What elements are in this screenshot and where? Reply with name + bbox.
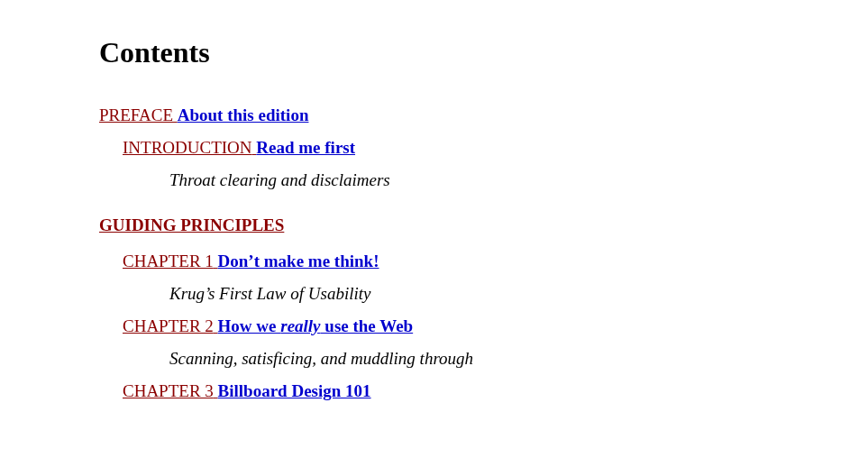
chapter2-title-link[interactable]: How we really use the Web	[218, 316, 414, 335]
preface-title-link[interactable]: About this edition	[178, 105, 309, 124]
introduction-title-link[interactable]: Read me first	[256, 138, 355, 157]
chapter1-label-link[interactable]: CHAPTER 1	[123, 252, 218, 270]
chapter2-title-pre: How we	[218, 316, 281, 335]
chapter1-subtitle: Krug’s First Law of Usability	[169, 284, 868, 304]
introduction-label-link[interactable]: INTRODUCTION	[123, 138, 256, 157]
chapter1-label: CHAPTER 1	[123, 252, 214, 270]
chapter2-subtitle: Scanning, satisficing, and muddling thro…	[169, 349, 868, 369]
toc-entry-chapter-2: CHAPTER 2 How we really use the Web	[123, 316, 868, 336]
introduction-label: INTRODUCTION	[123, 138, 252, 157]
contents-heading: Contents	[99, 36, 868, 69]
chapter1-title-link[interactable]: Don’t make me think!	[218, 252, 379, 270]
toc-entry-chapter-1: CHAPTER 1 Don’t make me think!	[123, 252, 868, 271]
chapter3-label-link[interactable]: CHAPTER 3	[123, 381, 218, 400]
chapter2-label: CHAPTER 2	[123, 316, 214, 335]
chapter2-title-post: use the Web	[321, 316, 414, 335]
chapter3-title-link[interactable]: Billboard Design 101	[218, 381, 371, 400]
chapter2-label-link[interactable]: CHAPTER 2	[123, 316, 218, 335]
guiding-principles-link[interactable]: GUIDING PRINCIPLES	[99, 215, 284, 234]
chapter3-label: CHAPTER 3	[123, 381, 214, 400]
chapter2-title-em: really	[280, 316, 320, 335]
toc-entry-introduction: INTRODUCTION Read me first	[123, 138, 868, 158]
introduction-subtitle: Throat clearing and disclaimers	[169, 170, 868, 190]
toc-entry-chapter-3: CHAPTER 3 Billboard Design 101	[123, 381, 868, 401]
preface-label-link[interactable]: PREFACE	[99, 105, 178, 124]
toc-section-guiding-principles: GUIDING PRINCIPLES	[99, 215, 868, 235]
preface-label: PREFACE	[99, 105, 173, 124]
toc-entry-preface: PREFACE About this edition	[99, 105, 868, 125]
